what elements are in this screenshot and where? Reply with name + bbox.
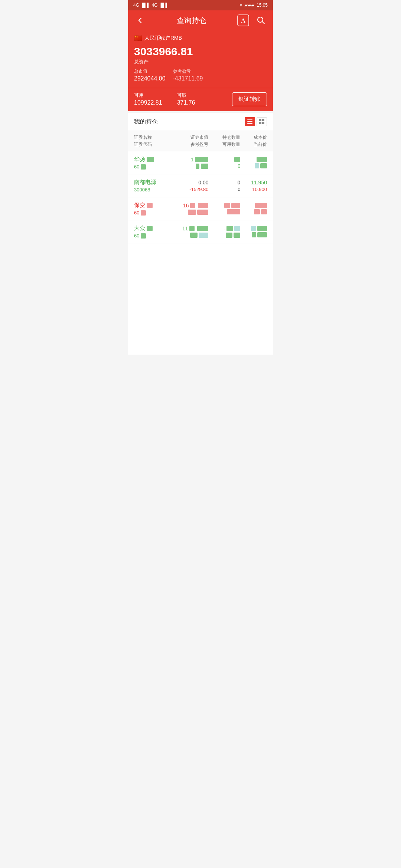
account-type: 人民币账户RMB: [144, 35, 182, 42]
status-left: 4G ▐▌▌ 4G ▐▌▌: [133, 3, 169, 8]
profit-loss-item: 参考盈亏 -431711.69: [173, 68, 203, 82]
blurred-pl2: [199, 233, 208, 238]
svg-rect-5: [247, 123, 252, 124]
stock-price-cell: [240, 203, 267, 214]
col-header-4: 成本价 当前价: [240, 134, 267, 148]
stock-price-cell: [240, 226, 267, 237]
table-row[interactable]: 华扬 60 1 0: [128, 151, 273, 174]
status-bar: 4G ▐▌▌ 4G ▐▌▌ ▾ ▰▰▰ 15:05: [128, 0, 273, 10]
stock-value-cell: 11: [171, 226, 208, 238]
blurred-avail: [227, 209, 240, 214]
market-val-prefix: 11: [182, 226, 188, 231]
position-mark: -: [224, 226, 225, 231]
stock-position-cell: [208, 203, 240, 214]
time-display: 15:05: [257, 3, 268, 8]
blurred-code: [141, 233, 146, 239]
header-icons: A: [237, 14, 267, 26]
market-val: 1: [191, 157, 194, 162]
blurred-cur2: [260, 163, 267, 168]
blurred-pos2: [231, 203, 240, 208]
account-label: 🇨🇳 人民币账户RMB: [134, 34, 267, 42]
svg-rect-3: [247, 119, 252, 120]
blurred-cost1: [251, 226, 256, 231]
svg-rect-8: [259, 122, 261, 124]
table-row[interactable]: 保变 60 16: [128, 197, 273, 220]
grid-view-button[interactable]: [257, 117, 267, 126]
stock-value-cell: 1: [171, 157, 208, 169]
blurred-avail2: [234, 233, 240, 238]
total-assets-label: 总资产: [134, 59, 267, 65]
header: 查询持仓 A: [128, 10, 273, 30]
market-value-item: 总市值 2924044.00: [134, 68, 166, 82]
account-section: 🇨🇳 人民币账户RMB 3033966.81 总资产 总市值 2924044.0…: [128, 30, 273, 88]
stock-name-cell: 保变 60: [134, 202, 171, 216]
signal-bars2: ▐▌▌: [159, 3, 169, 8]
blurred-pl2: [197, 210, 208, 215]
back-button[interactable]: [134, 14, 146, 26]
blurred-pl2: [201, 164, 208, 169]
portfolio-section: 我的持仓 证券名称 证券代码: [128, 113, 273, 243]
stock-name-cell: 大众 60: [134, 225, 171, 239]
stock-position-cell: 0 0: [208, 180, 240, 192]
transfer-button[interactable]: 银证转账: [232, 92, 267, 106]
stock-code: 300068: [134, 187, 171, 193]
table-header: 证券名称 证券代码 证券市值 参考盈亏 持仓数量 可用数量 成本价 当前价: [128, 131, 273, 151]
blurred-cur1: [255, 163, 259, 168]
withdrawable-funds: 可取 371.76: [177, 92, 195, 106]
blurred-v2: [197, 226, 208, 231]
stock-code: 60: [134, 164, 139, 170]
market-info: 总市值 2924044.00 参考盈亏 -431711.69: [134, 68, 267, 82]
flag-emoji: 🇨🇳: [134, 34, 142, 42]
font-button[interactable]: A: [237, 14, 249, 26]
blurred-name: [147, 226, 153, 231]
stock-position-cell: 0: [208, 157, 240, 169]
table-row[interactable]: 大众 60 11 -: [128, 220, 273, 243]
wifi-icon: ▾: [240, 3, 242, 8]
stock-name-cell: 华扬 60: [134, 156, 171, 170]
profit-loss-value: -431711.69: [173, 75, 203, 82]
network-indicator: 4G: [133, 3, 139, 8]
stock-price-cell: 11.950 10.900: [240, 180, 267, 192]
stock-value-cell: 16: [171, 203, 208, 215]
available-qty: 0: [238, 163, 240, 169]
stock-code: 60: [134, 210, 139, 216]
blurred-avail: [226, 233, 232, 238]
profit-loss: -1529.80: [171, 187, 208, 192]
svg-rect-4: [247, 121, 252, 122]
stock-name: 南都电源: [134, 179, 171, 186]
blurred-v2: [198, 203, 208, 208]
battery-icon: ▰▰▰: [244, 3, 254, 8]
svg-rect-6: [259, 119, 261, 121]
col-header-2: 证券市值 参考盈亏: [171, 134, 208, 148]
available-funds: 可用 109922.81: [134, 92, 162, 106]
list-view-button[interactable]: [245, 117, 255, 126]
blurred-code: [141, 164, 146, 170]
funds-section: 可用 109922.81 可取 371.76 银证转账: [128, 88, 273, 111]
portfolio-header: 我的持仓: [128, 113, 273, 131]
blurred-name: [147, 203, 153, 208]
stock-name: 保变: [134, 202, 145, 209]
search-button[interactable]: [255, 14, 267, 26]
available-value: 109922.81: [134, 99, 162, 106]
blurred-cost: [255, 203, 267, 208]
market-val: 0.00: [171, 180, 208, 185]
empty-area: [128, 243, 273, 355]
available-qty: 0: [208, 187, 240, 192]
col-header-1: 证券名称 证券代码: [134, 134, 171, 148]
col-header-3: 持仓数量 可用数量: [208, 134, 240, 148]
funds-left: 可用 109922.81 可取 371.76: [134, 92, 195, 106]
table-row[interactable]: 南都电源 300068 0.00 -1529.80 0 0 11.950 10.…: [128, 174, 273, 197]
market-value-label: 总市值: [134, 68, 166, 75]
blurred-pl: [190, 233, 198, 238]
stock-name-cell: 南都电源 300068: [134, 179, 171, 193]
blurred-name: [147, 157, 154, 162]
blurred-v1: [189, 226, 195, 231]
stock-price-cell: [240, 157, 267, 168]
blurred-cost2: [257, 226, 267, 231]
stock-code: 60: [134, 233, 139, 239]
blurred-code: [141, 210, 146, 216]
blurred-pos2: [234, 226, 240, 231]
stock-value-cell: 0.00 -1529.80: [171, 180, 208, 192]
portfolio-title: 我的持仓: [134, 118, 158, 126]
signal-bars: ▐▌▌: [141, 3, 150, 8]
